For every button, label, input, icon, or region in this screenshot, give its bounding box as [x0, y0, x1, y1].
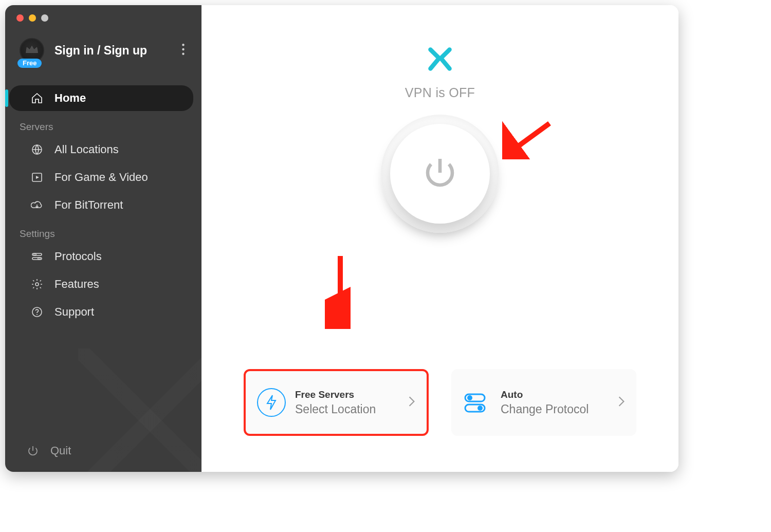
vpn-status-text: VPN is OFF: [405, 85, 475, 100]
sidebar-item-label: For Game & Video: [54, 171, 148, 184]
chevron-right-icon: [408, 396, 415, 409]
svg-point-15: [467, 395, 472, 400]
chevron-right-icon: [618, 396, 625, 409]
close-window-button[interactable]: [16, 14, 24, 22]
sidebar-item-label: All Locations: [54, 143, 119, 156]
kebab-icon: [182, 44, 185, 58]
help-icon: [30, 306, 44, 318]
svg-line-12: [511, 123, 549, 151]
home-icon: [30, 92, 44, 104]
sidebar-nav: Home Servers All Locations For Game & Vi…: [5, 84, 201, 326]
toggles-icon: [463, 388, 491, 417]
power-button-wrap: [381, 115, 499, 233]
svg-point-9: [35, 283, 39, 286]
cards-row: Free Servers Select Location: [201, 369, 678, 436]
free-badge: Free: [17, 59, 42, 68]
power-toggle-button[interactable]: [390, 124, 490, 224]
sliders-icon: [30, 250, 44, 263]
sidebar-item-features[interactable]: Features: [9, 271, 193, 297]
quit-label: Quit: [50, 444, 71, 457]
servers-section-label: Servers: [5, 112, 201, 136]
sidebar-item-game-video[interactable]: For Game & Video: [9, 164, 193, 190]
svg-point-7: [34, 253, 36, 255]
protocol-card-title: Auto: [501, 389, 615, 400]
servers-card-title: Free Servers: [295, 389, 405, 400]
app-window: Free Sign in / Sign up Home Servers: [5, 5, 678, 472]
sidebar-item-label: Features: [54, 278, 99, 291]
svg-point-1: [182, 48, 184, 50]
svg-point-17: [478, 406, 483, 411]
servers-card-subtitle: Select Location: [295, 402, 405, 416]
sidebar-item-label: Support: [54, 305, 94, 319]
quit-button[interactable]: Quit: [5, 436, 201, 472]
protocol-card-subtitle: Change Protocol: [501, 402, 615, 416]
sidebar-item-label: Home: [54, 91, 86, 105]
sidebar-item-support[interactable]: Support: [9, 299, 193, 325]
power-icon: [421, 154, 458, 193]
avatar-wrap: Free: [20, 38, 47, 63]
sidebar: Free Sign in / Sign up Home Servers: [5, 5, 201, 472]
account-row[interactable]: Free Sign in / Sign up: [5, 27, 201, 69]
annotation-arrow-icon: [502, 119, 554, 159]
sidebar-item-bittorrent[interactable]: For BitTorrent: [9, 192, 193, 218]
app-logo-icon: [426, 45, 454, 73]
sidebar-item-label: For BitTorrent: [54, 198, 123, 212]
svg-point-8: [38, 258, 40, 260]
settings-section-label: Settings: [5, 219, 201, 243]
svg-point-0: [182, 44, 184, 46]
svg-point-2: [182, 52, 184, 54]
gear-icon: [30, 278, 44, 290]
maximize-window-button[interactable]: [41, 14, 48, 22]
sidebar-item-protocols[interactable]: Protocols: [9, 244, 193, 269]
cloud-download-icon: [30, 199, 44, 211]
sidebar-item-home[interactable]: Home: [9, 85, 193, 111]
minimize-window-button[interactable]: [29, 14, 36, 22]
bolt-icon: [257, 388, 286, 417]
change-protocol-card[interactable]: Auto Change Protocol: [451, 369, 636, 436]
crown-icon: [25, 44, 39, 57]
sign-in-label: Sign in / Sign up: [54, 44, 175, 58]
power-icon: [26, 445, 40, 457]
globe-icon: [30, 143, 44, 156]
sidebar-item-label: Protocols: [54, 250, 102, 263]
sidebar-item-all-locations[interactable]: All Locations: [9, 137, 193, 162]
select-location-card[interactable]: Free Servers Select Location: [244, 369, 429, 436]
main-panel: VPN is OFF: [201, 5, 678, 472]
window-controls: [5, 5, 201, 27]
svg-point-11: [36, 314, 38, 315]
play-box-icon: [30, 171, 44, 184]
more-menu-button[interactable]: [175, 42, 191, 59]
annotation-arrow-icon: [325, 252, 356, 329]
